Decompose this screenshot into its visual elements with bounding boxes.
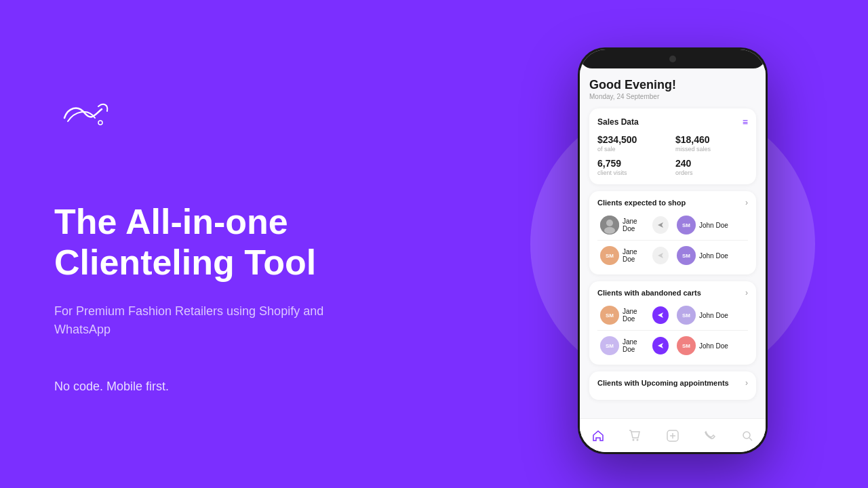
client-expected-2: SM John Doe xyxy=(674,213,748,237)
avatar-expected-3: SM xyxy=(600,246,619,265)
date-text: Monday, 24 September xyxy=(589,93,756,100)
svg-point-2 xyxy=(606,220,613,226)
right-panel: Good Evening! Monday, 24 September Sales… xyxy=(477,0,868,488)
send-btn-abandoned-3[interactable] xyxy=(652,337,669,354)
left-panel: The All-in-one Clienteling Tool For Prem… xyxy=(0,54,477,434)
sales-card: Sales Data ≡ $234,500 of sale $18,460 mi… xyxy=(589,108,756,184)
sales-label-1: missed sales xyxy=(675,146,748,152)
greeting-text: Good Evening! xyxy=(589,78,756,92)
avatar-abandoned-4: SM xyxy=(677,336,696,355)
sales-item-2: 6,759 client visits xyxy=(597,158,670,176)
client-name-expected-1: Jane Doe xyxy=(623,218,649,232)
section-title-expected: Clients expected to shop xyxy=(597,199,686,207)
client-abandoned-3: SM Jane Doe xyxy=(597,333,671,358)
client-expected-4: SM John Doe xyxy=(674,243,748,268)
avatar-expected-1 xyxy=(600,216,619,235)
client-abandoned-2: SM John Doe xyxy=(674,303,748,327)
clients-abandoned-row2: SM Jane Doe SM John Doe xyxy=(597,330,748,358)
filter-icon[interactable]: ≡ xyxy=(743,117,748,127)
client-name-expected-3: Jane Doe xyxy=(623,248,649,263)
phone-frame: Good Evening! Monday, 24 September Sales… xyxy=(578,47,768,454)
sales-value-1: $18,460 xyxy=(675,134,748,145)
chevron-icon-appointments[interactable]: › xyxy=(745,378,748,388)
nav-add[interactable] xyxy=(660,424,685,448)
sales-value-3: 240 xyxy=(675,158,748,169)
sales-label-3: orders xyxy=(675,169,748,176)
client-name-abandoned-2: John Doe xyxy=(699,312,728,319)
sales-grid: $234,500 of sale $18,460 missed sales 6,… xyxy=(597,134,748,176)
camera-notch xyxy=(669,56,676,62)
clients-expected-row1: Jane Doe SM John Doe xyxy=(597,213,748,237)
avatar-expected-4: SM xyxy=(677,246,696,265)
section-title-appointments: Clients with Upcoming appointments xyxy=(597,379,729,387)
sales-label-0: of sale xyxy=(597,146,670,152)
svg-point-7 xyxy=(633,439,635,441)
tagline: No code. Mobile first. xyxy=(54,380,423,394)
sales-item-0: $234,500 of sale xyxy=(597,134,670,152)
client-expected-3: SM Jane Doe xyxy=(597,243,671,268)
clients-abandoned-section: Clients with abandoned carts › SM Jane D… xyxy=(589,281,756,365)
nav-search[interactable] xyxy=(735,424,760,448)
client-name-expected-4: John Doe xyxy=(699,252,728,260)
client-name-abandoned-1: Jane Doe xyxy=(623,308,649,323)
clients-expected-section: Clients expected to shop › xyxy=(589,191,756,274)
bottom-nav xyxy=(580,418,766,452)
phone-inner: Good Evening! Monday, 24 September Sales… xyxy=(580,49,766,452)
phone-scrollable: Good Evening! Monday, 24 September Sales… xyxy=(580,68,766,418)
chevron-icon-abandoned[interactable]: › xyxy=(745,288,748,298)
clients-expected-row2: SM Jane Doe SM John Doe xyxy=(597,240,748,268)
clients-appointments-section: Clients with Upcoming appointments › xyxy=(589,371,756,400)
sales-label-2: client visits xyxy=(597,169,670,176)
client-name-abandoned-4: John Doe xyxy=(699,342,728,350)
subtitle: For Premium Fashion Retailers using Shop… xyxy=(54,302,353,339)
send-btn-expected-1[interactable] xyxy=(652,216,669,234)
svg-line-13 xyxy=(749,438,752,441)
avatar-abandoned-3: SM xyxy=(600,336,619,355)
section-header-abandoned: Clients with abandoned carts › xyxy=(597,288,748,298)
svg-point-8 xyxy=(637,439,639,441)
sales-value-0: $234,500 xyxy=(597,134,670,145)
avatar-abandoned-2: SM xyxy=(677,306,696,325)
nav-home[interactable] xyxy=(586,424,610,448)
client-name-expected-2: John Doe xyxy=(699,222,728,229)
svg-point-0 xyxy=(98,121,102,125)
logo xyxy=(54,94,423,134)
client-expected-1: Jane Doe xyxy=(597,213,671,237)
sales-value-2: 6,759 xyxy=(597,158,670,169)
app-header: Good Evening! Monday, 24 September xyxy=(589,78,756,100)
avatar-abandoned-1: SM xyxy=(600,306,619,325)
nav-phone[interactable] xyxy=(698,424,722,448)
headline: The All-in-one Clienteling Tool xyxy=(54,202,423,283)
svg-point-12 xyxy=(743,432,750,439)
client-abandoned-4: SM John Doe xyxy=(674,333,748,358)
send-btn-expected-3[interactable] xyxy=(652,247,669,264)
svg-point-3 xyxy=(604,227,615,234)
avatar-expected-2: SM xyxy=(677,216,696,235)
section-title-abandoned: Clients with abandoned carts xyxy=(597,289,701,297)
client-abandoned-1: SM Jane Doe xyxy=(597,303,671,327)
nav-shop[interactable] xyxy=(623,424,648,448)
card-header: Sales Data ≡ xyxy=(597,117,748,127)
clients-abandoned-row1: SM Jane Doe SM John Doe xyxy=(597,303,748,327)
sales-data-title: Sales Data xyxy=(597,117,639,127)
section-header-expected: Clients expected to shop › xyxy=(597,198,748,207)
phone-content: Good Evening! Monday, 24 September Sales… xyxy=(580,68,766,452)
sales-item-3: 240 orders xyxy=(675,158,748,176)
chevron-icon-expected[interactable]: › xyxy=(745,198,748,207)
sales-item-1: $18,460 missed sales xyxy=(675,134,748,152)
section-header-appointments: Clients with Upcoming appointments › xyxy=(597,378,748,388)
phone-notch xyxy=(580,49,766,68)
send-btn-abandoned-1[interactable] xyxy=(652,306,669,324)
client-name-abandoned-3: Jane Doe xyxy=(623,338,649,353)
